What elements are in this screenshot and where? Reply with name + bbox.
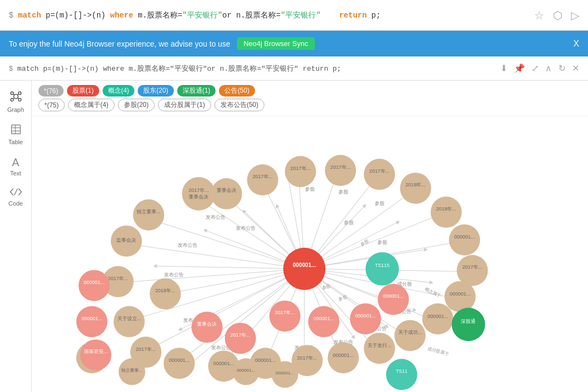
svg-text:2017年...: 2017年... [230, 332, 251, 338]
svg-text:董事会决: 董事会决 [217, 188, 236, 193]
svg-text:000001...: 000001... [213, 361, 234, 366]
svg-text:参股: 参股 [344, 220, 354, 225]
tag-publish-announcement[interactable]: 发布公告(50) [214, 99, 264, 111]
graph-svg: 发布公告 发布公告 发布公告 发布公告 发布公告 发布公告 发布公告 发布公告 … [32, 116, 588, 392]
svg-text:2017年...: 2017年... [462, 264, 483, 270]
tag-concept-belong[interactable]: 概念属于(4) [68, 99, 115, 111]
svg-text:发布公告: 发布公告 [236, 225, 256, 231]
svg-point-147 [225, 323, 256, 354]
svg-text:000001...: 000001... [333, 353, 354, 358]
svg-point-139 [308, 306, 340, 337]
svg-point-115 [285, 156, 316, 188]
svg-point-141 [350, 303, 381, 334]
svg-text:参股: 参股 [377, 240, 387, 245]
svg-text:关于成功...: 关于成功... [398, 329, 422, 335]
svg-point-131 [80, 339, 111, 371]
svg-text:TS11: TS11 [395, 368, 408, 374]
svg-text:董事会决: 董事会决 [197, 321, 217, 327]
svg-point-85 [163, 348, 195, 379]
svg-point-165 [283, 248, 325, 290]
svg-text:2017年...: 2017年... [297, 355, 318, 361]
banner-left: To enjoy the full Neo4j Browser experien… [9, 37, 315, 50]
banner-text: To enjoy the full Neo4j Browser experien… [9, 39, 230, 48]
string2: "平安银行" [281, 11, 321, 20]
sidebar-item-graph[interactable]: Graph [0, 85, 31, 118]
svg-text:000001...: 000001... [427, 314, 448, 319]
svg-text:000001...: 000001... [313, 316, 334, 321]
svg-text:2017年...: 2017年... [330, 164, 350, 170]
svg-text:2018年...: 2018年... [405, 182, 426, 188]
svg-rect-9 [12, 125, 20, 134]
sidebar-item-text[interactable]: A Text [0, 151, 31, 182]
expand-icon[interactable]: ⤢ [532, 63, 539, 73]
sidebar-item-code[interactable]: Code [0, 182, 31, 212]
svg-text:000001...: 000001... [383, 293, 404, 299]
svg-text:发布公告: 发布公告 [178, 242, 197, 248]
tag-all-rels[interactable]: *(75) [38, 99, 65, 111]
svg-text:参股: 参股 [305, 186, 315, 192]
svg-text:监事会决: 监事会决 [116, 237, 136, 243]
match-keyword: match [18, 11, 41, 20]
text-icon: A [12, 156, 19, 169]
svg-text:000001...: 000001... [293, 262, 316, 268]
top-query: $ match p=(m)-[]->(n) where m.股票名称="平安银行… [9, 10, 381, 20]
browser-sync-button[interactable]: Neo4j Browser Sync [237, 37, 315, 50]
return-var: p; [371, 11, 381, 20]
star-icon[interactable]: ☆ [534, 9, 544, 22]
svg-point-95 [364, 333, 395, 364]
tag-stock[interactable]: 股票(1) [67, 85, 99, 96]
svg-point-111 [364, 159, 395, 190]
refresh-icon[interactable]: ↻ [558, 63, 566, 73]
query-body: p=(m)-[]->(n) [46, 11, 110, 20]
svg-text:000001...: 000001... [450, 291, 471, 297]
graph-area: *(76) 股票(1) 概念(4) 股东(20) 深股通(1) 公告(50) *… [32, 81, 588, 392]
svg-text:国泰君安...: 国泰君安... [84, 349, 108, 354]
banner: To enjoy the full Neo4j Browser experien… [0, 31, 588, 56]
tag-invest[interactable]: 参股(20) [118, 99, 155, 111]
pin-icon[interactable]: 📌 [514, 63, 525, 73]
svg-point-105 [449, 224, 480, 255]
tag-shenzhen[interactable]: 深股通(1) [177, 85, 216, 96]
download-icon[interactable]: ⬇ [500, 63, 507, 73]
run-icon[interactable]: ▷ [571, 9, 579, 22]
svg-text:2017年...: 2017年... [369, 168, 389, 174]
banner-close-button[interactable]: X [573, 39, 579, 49]
svg-text:参股: 参股 [375, 201, 385, 206]
svg-text:参股: 参股 [338, 189, 348, 195]
tag-all-nodes[interactable]: *(76) [38, 85, 64, 96]
svg-text:董事会决: 董事会决 [189, 194, 208, 200]
svg-point-121 [150, 279, 181, 310]
dollar-sign: $ [9, 11, 18, 20]
svg-point-97 [394, 320, 426, 351]
svg-text:关于设立...: 关于设立... [117, 316, 142, 321]
code-label: Code [8, 200, 22, 207]
sidebar: Graph Table A Text [0, 81, 32, 392]
svg-text:000001...: 000001... [255, 357, 276, 363]
svg-point-167 [365, 252, 399, 286]
spaces [321, 11, 335, 20]
svg-text:深股通: 深股通 [461, 319, 476, 324]
close-icon[interactable]: ✕ [572, 63, 579, 73]
tag-concept[interactable]: 概念(4) [103, 85, 135, 96]
tag-component-belong[interactable]: 成分股属于(1) [158, 99, 211, 111]
eraser-icon[interactable]: ⬡ [553, 9, 562, 22]
svg-point-135 [78, 270, 110, 301]
svg-text:000001...: 000001... [275, 371, 294, 376]
svg-point-169 [386, 359, 417, 390]
svg-point-145 [191, 311, 223, 343]
tag-announcement[interactable]: 公告(50) [219, 85, 255, 96]
svg-text:2017年...: 2017年... [290, 166, 310, 171]
svg-point-93 [327, 342, 359, 373]
return-keyword: return [339, 11, 366, 20]
svg-text:2018年...: 2018年... [436, 206, 456, 212]
svg-point-109 [400, 173, 431, 204]
or-text: or n.股票名称= [222, 11, 280, 20]
svg-point-117 [247, 164, 278, 196]
svg-text:2017年...: 2017年... [135, 346, 156, 352]
tag-shareholder[interactable]: 股东(20) [138, 85, 173, 96]
svg-text:2017年...: 2017年... [252, 174, 273, 179]
sidebar-item-table[interactable]: Table [0, 118, 31, 151]
top-icon-group: ☆ ⬡ ▷ [534, 9, 579, 22]
up-icon[interactable]: ∧ [545, 63, 552, 73]
svg-point-103 [457, 255, 488, 286]
